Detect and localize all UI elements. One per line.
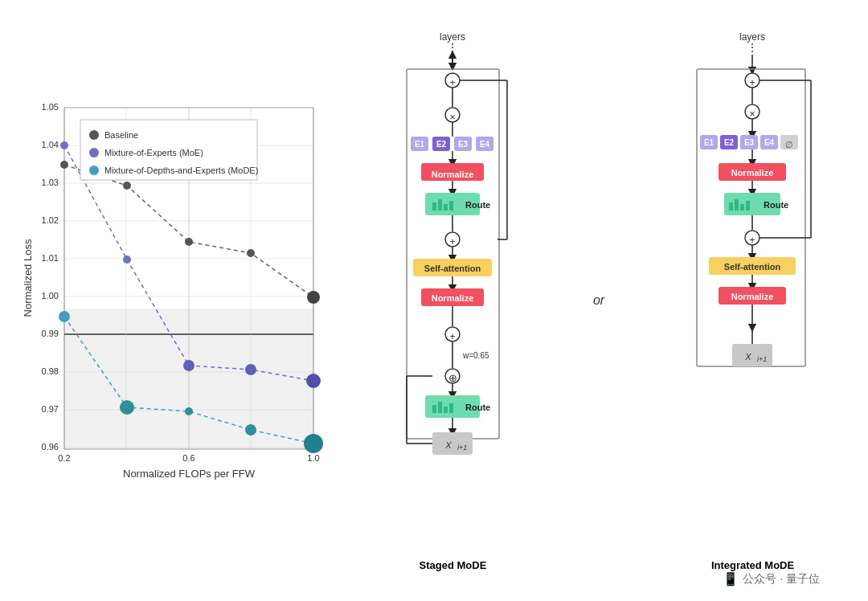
svg-text:⋮: ⋮: [447, 41, 458, 54]
svg-text:0.6: 0.6: [182, 453, 194, 463]
svg-rect-142: [740, 204, 744, 211]
svg-rect-77: [438, 199, 442, 211]
svg-text:×: ×: [749, 108, 755, 120]
wechat-icon: 📱: [723, 571, 739, 587]
svg-text:0.98: 0.98: [42, 366, 59, 376]
diagrams-area: layers ⋮ + × E1 E2: [354, 16, 860, 585]
svg-text:X: X: [444, 440, 452, 449]
svg-point-39: [306, 374, 321, 388]
svg-point-30: [60, 161, 68, 169]
svg-text:E3: E3: [744, 138, 755, 147]
svg-text:1.05: 1.05: [42, 102, 59, 112]
svg-rect-100: [438, 402, 442, 413]
svg-text:1.0: 1.0: [307, 453, 319, 463]
svg-text:1.01: 1.01: [42, 253, 59, 263]
svg-text:E4: E4: [480, 140, 490, 149]
svg-point-33: [247, 249, 255, 257]
svg-text:E1: E1: [704, 138, 714, 147]
svg-text:0.96: 0.96: [42, 442, 59, 452]
svg-text:+: +: [449, 330, 456, 342]
svg-point-35: [60, 141, 68, 149]
svg-point-32: [185, 238, 193, 246]
integrated-mode-diagram: layers ⋮ + × E1 E2: [682, 31, 823, 571]
integrated-mode-label: Integrated MoDE: [711, 559, 794, 571]
svg-text:+: +: [449, 235, 456, 247]
svg-text:w=0.65: w=0.65: [462, 351, 489, 360]
svg-point-40: [59, 311, 70, 322]
svg-text:Normalize: Normalize: [432, 292, 474, 302]
svg-text:+: +: [749, 76, 755, 88]
svg-text:E1: E1: [415, 140, 425, 149]
svg-rect-99: [432, 405, 436, 413]
svg-text:Mixture-of-Depths-and-Experts : Mixture-of-Depths-and-Experts (MoDE): [104, 166, 258, 175]
svg-text:Mixture-of-Experts (MoE): Mixture-of-Experts (MoE): [104, 148, 203, 157]
svg-text:Normalized FLOPs per FFW: Normalized FLOPs per FFW: [123, 468, 256, 480]
svg-text:Route: Route: [465, 402, 490, 411]
svg-text:i+1: i+1: [457, 444, 467, 452]
svg-text:1.00: 1.00: [42, 291, 59, 300]
svg-rect-101: [444, 407, 448, 413]
staged-mode-label: Staged MoDE: [420, 559, 487, 571]
svg-text:⊕: ⊕: [448, 372, 457, 384]
svg-text:1.04: 1.04: [42, 140, 59, 149]
svg-point-41: [120, 400, 134, 415]
svg-text:1.02: 1.02: [42, 215, 59, 225]
staged-diagram-svg: layers ⋮ + × E1 E2: [391, 31, 515, 553]
svg-rect-140: [729, 202, 733, 211]
svg-rect-78: [444, 204, 448, 211]
svg-text:0.99: 0.99: [42, 329, 59, 338]
svg-text:1.03: 1.03: [42, 178, 59, 187]
svg-text:Normalize: Normalize: [731, 167, 774, 177]
svg-point-44: [304, 434, 323, 453]
svg-text:∅: ∅: [785, 139, 793, 149]
svg-point-37: [183, 360, 194, 371]
staged-mode-diagram: layers ⋮ + × E1 E2: [391, 31, 515, 571]
svg-text:Self-attention: Self-attention: [724, 261, 781, 271]
svg-text:+: +: [749, 234, 755, 246]
svg-rect-102: [449, 403, 453, 413]
svg-text:X: X: [744, 351, 751, 361]
watermark: 📱 公众号 · 量子位: [723, 571, 820, 587]
svg-point-36: [123, 256, 131, 264]
chart-area: 1.05 1.04 1.03 1.02 1.01 1.00 0.99 0.98 …: [8, 16, 354, 585]
svg-point-42: [185, 407, 193, 415]
chart-wrap: 1.05 1.04 1.03 1.02 1.01 1.00 0.99 0.98 …: [20, 67, 342, 534]
svg-text:⋮: ⋮: [747, 41, 758, 54]
svg-text:+: +: [449, 76, 456, 88]
svg-text:Self-attention: Self-attention: [424, 263, 481, 272]
svg-point-43: [245, 424, 256, 435]
svg-text:Normalized Loss: Normalized Loss: [22, 239, 34, 317]
svg-text:0.97: 0.97: [42, 404, 59, 414]
svg-point-52: [89, 166, 99, 175]
svg-text:Normalize: Normalize: [731, 291, 774, 300]
svg-text:E4: E4: [764, 138, 775, 147]
svg-point-38: [245, 364, 256, 375]
svg-text:E2: E2: [436, 140, 447, 149]
svg-text:i+1: i+1: [757, 355, 767, 363]
svg-point-34: [307, 291, 320, 304]
svg-text:Route: Route: [764, 199, 788, 209]
svg-point-48: [89, 130, 99, 140]
svg-rect-141: [735, 199, 739, 211]
main-container: 1.05 1.04 1.03 1.02 1.01 1.00 0.99 0.98 …: [0, 0, 868, 601]
svg-rect-79: [449, 201, 453, 211]
svg-text:E2: E2: [724, 138, 735, 147]
or-separator: or: [593, 293, 604, 308]
svg-rect-143: [746, 201, 750, 211]
svg-text:E3: E3: [458, 140, 469, 149]
svg-point-50: [89, 148, 99, 157]
svg-text:Route: Route: [465, 199, 490, 209]
svg-text:0.2: 0.2: [58, 453, 70, 463]
integrated-diagram-svg: layers ⋮ + × E1 E2: [682, 31, 823, 553]
svg-text:Baseline: Baseline: [104, 130, 138, 140]
svg-point-31: [123, 182, 131, 190]
chart-svg: 1.05 1.04 1.03 1.02 1.01 1.00 0.99 0.98 …: [20, 67, 342, 534]
watermark-text: 公众号 · 量子位: [743, 572, 820, 587]
svg-text:×: ×: [449, 111, 456, 123]
svg-text:Normalize: Normalize: [432, 169, 474, 178]
svg-rect-76: [432, 202, 436, 211]
